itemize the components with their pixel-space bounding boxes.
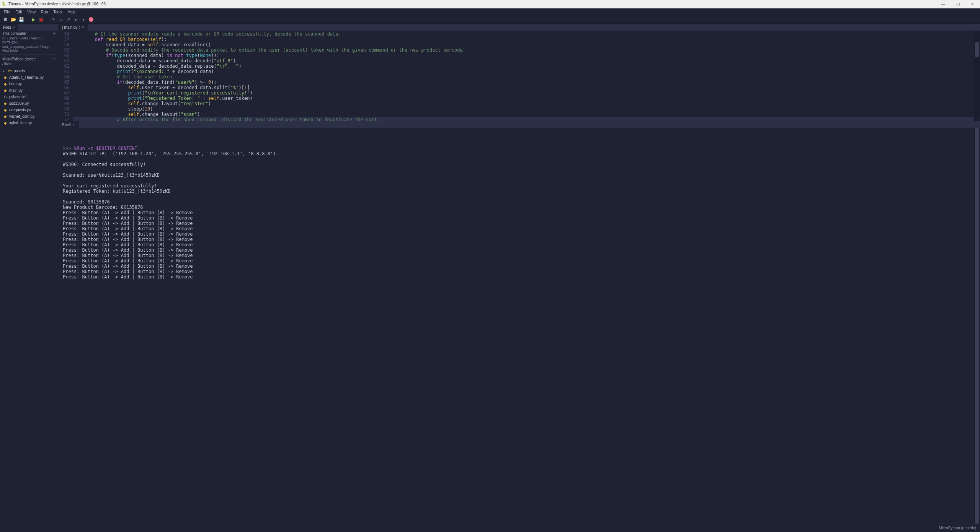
device-header[interactable]: MicroPython device ≡: [0, 56, 58, 62]
device-path[interactable]: / flash: [0, 62, 58, 68]
new-file-icon[interactable]: 🗎: [3, 17, 8, 22]
scrollbar-thumb[interactable]: [975, 128, 979, 524]
editor-scrollbar[interactable]: [974, 31, 980, 121]
file-item[interactable]: 🗀assets: [2, 68, 56, 74]
python-file-icon: ◆: [3, 88, 8, 93]
menubar: File Edit View Run Tools Help: [0, 8, 980, 15]
file-name: main.py: [9, 88, 23, 93]
window-titlebar: 🐍 Thonny - MicroPython device :: /flash/…: [0, 0, 980, 8]
file-item[interactable]: ◆boot.py: [2, 81, 56, 87]
interpreter-label[interactable]: MicroPython (generic): [939, 526, 976, 530]
run-icon[interactable]: ▶: [31, 17, 36, 22]
shell-scrollbar[interactable]: [974, 128, 980, 524]
file-name: assets: [14, 68, 25, 74]
file-item[interactable]: ◆ssd1309.py: [2, 100, 56, 107]
python-file-icon: ◆: [3, 75, 8, 80]
file-name: urequests.py: [9, 107, 31, 113]
resume-icon[interactable]: ▸: [74, 17, 79, 22]
window-title: Thonny - MicroPython device :: /flash/ma…: [8, 2, 939, 6]
python-file-icon: ◆: [3, 101, 8, 106]
files-sidebar: Files × This computer ≡ C: \ Users \ kut…: [0, 24, 58, 524]
menu-run[interactable]: Run: [39, 10, 50, 14]
shell-output[interactable]: >>> %Run -c $EDITOR_CONTENT W5300 STATIC…: [58, 128, 980, 524]
python-file-icon: ◆: [3, 114, 8, 119]
file-item[interactable]: ◆xglcd_font.py: [2, 120, 56, 126]
python-file-icon: ◆: [3, 120, 8, 126]
window-minimize-button[interactable]: —: [939, 2, 948, 6]
shell-tab[interactable]: Shell ×: [58, 121, 79, 128]
window-maximize-button[interactable]: ▢: [953, 2, 962, 6]
stop-icon[interactable]: [89, 17, 93, 22]
file-item[interactable]: ◆main.py: [2, 87, 56, 94]
this-computer-header[interactable]: This computer ≡: [0, 31, 58, 36]
file-item[interactable]: ◆urequests.py: [2, 107, 56, 113]
file-name: wiznet_conf.py: [9, 114, 34, 119]
code-content[interactable]: # If the scanner module reads a barcode …: [73, 31, 980, 121]
code-editor[interactable]: 5657585960616263646566676869707172 # If …: [58, 31, 980, 121]
python-file-icon: ◆: [3, 81, 8, 87]
editor-tab-main[interactable]: [ main.py ] ×: [58, 24, 88, 31]
debug-resume-icon[interactable]: ▸: [81, 17, 87, 22]
file-name: Adafruit_Thermal.py: [9, 75, 44, 80]
file-name: xglcd_font.py: [9, 120, 32, 126]
menu-help[interactable]: Help: [65, 10, 78, 14]
editor-area: [ main.py ] × 56575859606162636465666768…: [58, 24, 980, 524]
this-computer-path[interactable]: C: \ Users \ kutlu \ New E \ PYTHON \ ai…: [0, 36, 58, 54]
device-file-tree: 🗀assets◆Adafruit_Thermal.py◆boot.py◆main…: [0, 68, 58, 126]
scrollbar-thumb[interactable]: [975, 42, 979, 57]
menu-file[interactable]: File: [2, 10, 12, 14]
open-file-icon[interactable]: 📂: [11, 17, 16, 22]
step-out-icon[interactable]: ↗: [66, 17, 71, 22]
sidebar-tabs: Files ×: [0, 24, 58, 31]
file-item[interactable]: ◆wiznet_conf.py: [2, 113, 56, 120]
editor-tabs: [ main.py ] ×: [58, 24, 980, 31]
save-file-icon[interactable]: 💾: [18, 17, 24, 22]
close-icon[interactable]: ×: [73, 123, 75, 127]
files-tab[interactable]: Files ×: [0, 24, 18, 31]
folder-icon: 🗀: [8, 68, 12, 74]
window-close-button[interactable]: ✕: [968, 2, 977, 6]
line-gutter: 5657585960616263646566676869707172: [58, 31, 73, 121]
file-item[interactable]: 🗋pybcdc.inf: [2, 94, 56, 100]
shell-tab-label: Shell: [62, 123, 70, 127]
python-file-icon: ◆: [3, 107, 8, 113]
device-label: MicroPython device: [2, 57, 36, 61]
editor-tab-label: [ main.py ]: [62, 25, 80, 29]
menu-edit[interactable]: Edit: [13, 10, 24, 14]
shell-panel: Shell × >>> %Run -c $EDITOR_CONTENT W530…: [58, 121, 980, 524]
toolbar: 🗎 📂 💾 ▶ 🐞 ↷ ↘ ↗ ▸ ▸: [0, 15, 980, 24]
step-into-icon[interactable]: ↘: [58, 17, 64, 22]
files-tab-label: Files: [3, 25, 11, 29]
close-icon[interactable]: ×: [13, 25, 15, 29]
menu-view[interactable]: View: [25, 10, 38, 14]
file-item[interactable]: ◆Adafruit_Thermal.py: [2, 74, 56, 81]
shell-tabs: Shell ×: [58, 121, 980, 128]
file-name: pybcdc.inf: [9, 94, 26, 100]
file-name: ssd1309.py: [9, 101, 29, 106]
statusbar: MicroPython (generic): [0, 524, 980, 532]
close-icon[interactable]: ×: [82, 25, 84, 29]
device-menu-icon[interactable]: ≡: [53, 57, 56, 61]
file-icon: 🗋: [3, 94, 8, 100]
computer-menu-icon[interactable]: ≡: [53, 31, 56, 36]
menu-tools[interactable]: Tools: [51, 10, 64, 14]
app-icon: 🐍: [2, 2, 7, 7]
step-over-icon[interactable]: ↷: [51, 17, 56, 22]
workspace: Files × This computer ≡ C: \ Users \ kut…: [0, 24, 980, 524]
file-name: boot.py: [9, 81, 22, 87]
this-computer-label: This computer: [2, 31, 26, 36]
debug-icon[interactable]: 🐞: [38, 17, 44, 22]
